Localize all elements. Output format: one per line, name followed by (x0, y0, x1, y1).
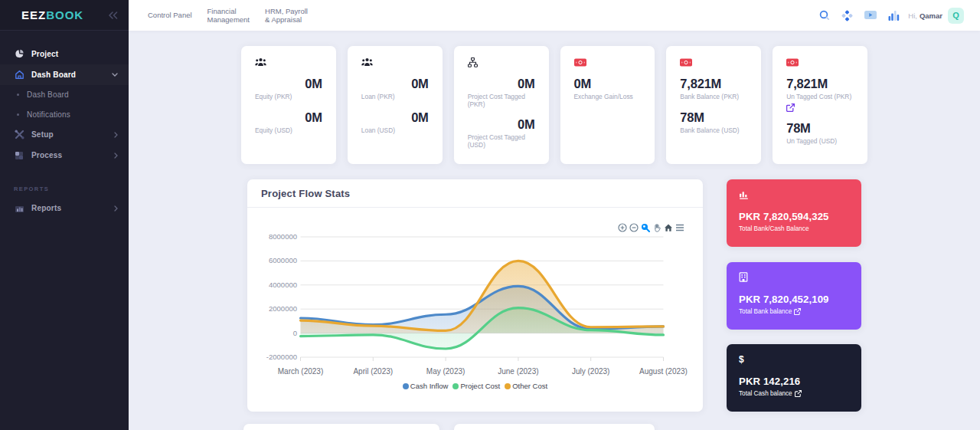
y-tick-label: 4000000 (269, 281, 297, 289)
users-icon (255, 57, 322, 67)
sidebar-item-reports[interactable]: Reports (0, 198, 129, 218)
kpi-metric: 78M Un Tagged (USD) (786, 123, 854, 146)
legend-item[interactable]: Project Cost (452, 382, 500, 390)
tools-icon (14, 130, 24, 140)
sidebar-item-dashboard[interactable]: Dash Board (0, 64, 129, 85)
kpi-metric: 7,821M Un Tagged Cost (PKR) (786, 78, 854, 112)
external-link-icon[interactable] (786, 103, 854, 112)
kpi-metric: 0M Loan (PKR) (361, 78, 429, 101)
main-content: 0M Equity (PKR) 0M Equity (USD) 0M Loan … (129, 31, 980, 430)
kpi-metric: 0M Equity (USD) (255, 112, 322, 135)
chart-x-axis-labels: March (2023)April (2023)May (2023)June (… (278, 357, 688, 376)
kpi-value: 0M (574, 78, 642, 90)
external-link-icon[interactable] (795, 390, 802, 397)
sidebar-item-process[interactable]: Process (0, 145, 129, 166)
y-tick-label: 0 (293, 329, 297, 337)
kpi-value: 78M (786, 123, 854, 134)
sidebar-item-label: Reports (31, 204, 114, 212)
kpi-card-exchange: 0M Exchange Gain/Loss (560, 46, 655, 164)
sidebar-item-label: Setup (31, 130, 114, 139)
x-tick-label: April (2023) (353, 367, 393, 376)
sidebar-item-setup[interactable]: Setup (0, 124, 129, 145)
legend-item[interactable]: Cash Inflow (403, 382, 449, 390)
x-tick-label: June (2023) (498, 367, 538, 376)
bank-icon (739, 272, 849, 282)
menu-item-hrm-payroll[interactable]: HRM, Payroll & Appraisal (265, 7, 308, 25)
chevron-right-icon (114, 153, 118, 159)
menu-item-financial-management[interactable]: Financial Management (207, 7, 250, 25)
x-tick-label: May (2023) (426, 367, 466, 376)
bullet-dot-icon (17, 113, 19, 116)
summary-card-bank-cash[interactable]: PKR 7,820,594,325 Total Bank/Cash Balanc… (727, 179, 861, 247)
menu-icon[interactable] (675, 223, 684, 232)
avatar[interactable]: Q (948, 8, 964, 24)
sidebar-item-project[interactable]: Project (0, 44, 129, 64)
zoom-out-icon[interactable] (629, 223, 639, 232)
kpi-label: Un Tagged (USD) (786, 138, 854, 146)
kpi-metric: 7,821M Bank Balance (PKR) (680, 78, 747, 101)
legend-marker (505, 383, 511, 389)
stats-icon[interactable] (888, 10, 900, 21)
y-tick-label: 2000000 (269, 304, 297, 313)
kpi-metric: 78M Bank Balance (USD) (680, 112, 747, 135)
kpi-label: Exchange Gain/Loss (574, 94, 642, 101)
money-icon (680, 57, 747, 67)
user-name: Qamar (920, 11, 942, 20)
sidebar-subitem-dashboard[interactable]: Dash Board (0, 85, 129, 105)
kpi-value: 0M (255, 112, 322, 123)
legend-marker (403, 383, 409, 389)
topbar: Control Panel Financial Management HRM, … (129, 0, 980, 31)
kpi-value: 0M (468, 119, 535, 130)
summary-card-cash-balance[interactable]: $ PKR 142,216 Total Cash balance (727, 344, 861, 412)
selection-zoom-icon[interactable] (641, 223, 650, 232)
home-icon (14, 70, 24, 80)
pan-icon[interactable] (652, 223, 662, 232)
kpi-value: 7,821M (680, 78, 747, 90)
summary-label: Total Cash balance (739, 390, 849, 397)
kpi-label: Project Cost Tagged (USD) (468, 134, 535, 149)
x-tick-label: July (2023) (572, 367, 609, 376)
legend-item[interactable]: Other Cost (505, 382, 547, 390)
summary-column: PKR 7,820,594,325 Total Bank/Cash Balanc… (727, 179, 861, 412)
kpi-metric: 0M Exchange Gain/Loss (574, 78, 642, 101)
legend-label: Project Cost (460, 382, 500, 390)
legend-marker (452, 383, 459, 389)
menu-item-control-panel[interactable]: Control Panel (148, 11, 192, 20)
chart-title: Project Flow Stats (261, 188, 350, 199)
y-tick-label: -2000000 (266, 353, 297, 361)
kpi-value: 7,821M (786, 78, 854, 90)
kpi-value: 0M (255, 78, 322, 90)
kpi-card-project-cost-tagged: 0M Project Cost Tagged (PKR) 0M Project … (454, 46, 549, 164)
chart-area: 80000006000000400000020000000-2000000 Ma… (247, 208, 703, 412)
kpi-metric: 0M Project Cost Tagged (USD) (468, 119, 535, 149)
sidebar-subitem-notifications[interactable]: Notifications (0, 105, 129, 125)
external-link-icon[interactable] (794, 308, 801, 315)
kpi-label: Loan (PKR) (361, 94, 429, 101)
kpi-label: Equity (PKR) (255, 94, 322, 101)
chevron-right-icon (114, 205, 118, 212)
bottom-card-stub (243, 424, 439, 430)
kpi-label: Un Tagged Cost (PKR) (786, 94, 854, 101)
diamonds-icon[interactable] (841, 10, 853, 21)
legend-label: Cash Inflow (410, 382, 449, 390)
zoom-in-icon[interactable] (618, 223, 627, 232)
bar-chart-icon (14, 203, 24, 214)
project-flow-stats-card: Project Flow Stats (247, 179, 703, 412)
kpi-value: 78M (680, 112, 747, 123)
brand-logo[interactable]: EEZBOOK (21, 8, 108, 21)
x-tick-label: March (2023) (278, 367, 323, 376)
kpi-metric: 0M Equity (PKR) (255, 78, 322, 101)
chart-toolbar (618, 223, 684, 232)
summary-card-bank-balance[interactable]: PKR 7,820,452,109 Total Bank balance (727, 262, 861, 330)
kpi-metric: 0M Loan (USD) (361, 112, 429, 135)
video-tutorial-icon[interactable] (864, 11, 877, 20)
kpi-label: Project Cost Tagged (PKR) (468, 94, 535, 108)
kpi-card-untagged: 7,821M Un Tagged Cost (PKR) 78M Un Tagge… (773, 46, 867, 164)
money-icon (786, 57, 854, 67)
sidebar-collapse-icon[interactable] (108, 11, 118, 19)
search-icon[interactable] (819, 10, 830, 21)
pie-chart-icon (14, 49, 24, 60)
reset-home-icon[interactable] (664, 223, 673, 232)
summary-value: PKR 7,820,452,109 (739, 294, 849, 305)
kpi-label: Loan (USD) (361, 127, 429, 135)
